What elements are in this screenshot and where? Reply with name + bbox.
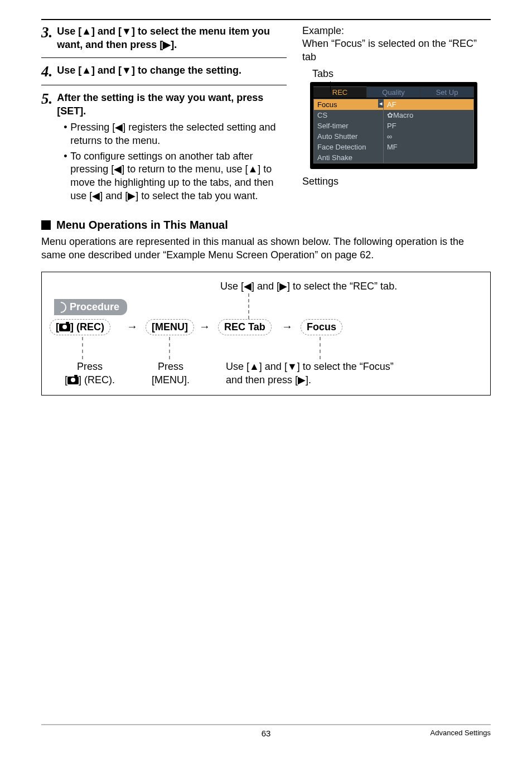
connector-line	[82, 337, 83, 359]
arrow-icon: →	[199, 320, 210, 333]
top-rule	[41, 19, 491, 20]
menu-item-list: Focus CS Self-timer Auto Shutter Face De…	[313, 99, 384, 163]
t: ] and [	[91, 65, 122, 76]
step-5-heading: After the setting is the way you want, p…	[57, 91, 287, 118]
connector-line	[320, 337, 321, 359]
t: ] and [	[259, 361, 287, 372]
step-5-num: 5.	[41, 91, 52, 107]
t: ] and [	[91, 26, 122, 37]
step-4-num: 4.	[41, 64, 52, 79]
t: ] and [	[252, 281, 279, 292]
footer-rule	[41, 724, 491, 725]
page-footer: 63 Advanced Settings	[41, 724, 491, 738]
step-5-bullet-2: To configure settings on another tab aft…	[64, 150, 287, 203]
tab-setup[interactable]: Set Up	[420, 86, 474, 98]
t: Use [	[57, 65, 81, 76]
rule	[41, 57, 287, 58]
camera-icon	[67, 377, 79, 384]
t: ] to select the tab you want.	[136, 190, 258, 201]
t: Use [	[57, 26, 81, 37]
step-3-body: Use [▲] and [▼] to select the menu item …	[57, 25, 287, 52]
t: Use [	[220, 281, 244, 292]
square-bullet-icon	[41, 220, 51, 230]
section-body: Menu operations are represented in this …	[41, 235, 491, 262]
t: [MENU].	[146, 374, 196, 387]
step-3-num: 3.	[41, 25, 52, 40]
section-heading: Menu Operations in This Manual	[41, 219, 491, 232]
t: ] and [	[100, 190, 128, 201]
t: When “Focus” is selected on the “REC” ta…	[302, 37, 491, 64]
menu-item-antishake[interactable]: Anti Shake	[314, 152, 383, 163]
t: Pressing [	[70, 122, 115, 133]
t: ] to select the “REC” tab.	[287, 281, 397, 292]
t: ] to change the setting.	[132, 65, 241, 76]
opt-infinity[interactable]: ∞	[384, 131, 473, 142]
menu-item-autoshutter[interactable]: Auto Shutter	[314, 131, 383, 142]
menu-tabs: REC Quality Set Up	[313, 86, 474, 98]
pill-focus: Focus	[301, 319, 342, 335]
procedure-badge: Procedure	[54, 299, 127, 315]
step-5-bullet-1: Pressing [◀] registers the selected sett…	[64, 121, 287, 148]
diagram-lower-mid: Press [MENU].	[146, 360, 196, 387]
opt-pf[interactable]: PF	[384, 120, 473, 131]
tab-rec[interactable]: REC	[313, 86, 367, 98]
arrow-icon: →	[282, 320, 293, 333]
menu-screenshot: REC Quality Set Up Focus CS Self-timer A…	[310, 82, 483, 169]
opt-af[interactable]: AF	[384, 99, 473, 110]
t: Press	[56, 360, 123, 373]
connector-line	[248, 293, 249, 319]
diagram-lower-right: Use [▲] and [▼] to select the “Focus” an…	[226, 360, 438, 387]
opt-macro[interactable]: ✿Macro	[384, 110, 473, 120]
rule	[41, 85, 287, 85]
diagram-lower-left: Press [] (REC).	[56, 360, 123, 387]
pill-menu: [MENU]	[146, 319, 194, 335]
t: ] (REC)	[70, 321, 104, 332]
section-title: Menu Operations in This Manual	[56, 219, 228, 232]
t: Procedure	[70, 301, 119, 313]
pill-rectab: REC Tab	[218, 319, 272, 335]
t: Example:	[302, 25, 491, 37]
example-heading: Example: When “Focus” is selected on the…	[302, 25, 491, 64]
opt-mf[interactable]: MF	[384, 142, 473, 152]
menu-item-cs[interactable]: CS	[314, 110, 383, 120]
tabs-label: Tabs	[312, 68, 491, 80]
menu-item-facedetection[interactable]: Face Detection	[314, 142, 383, 152]
connector-line	[169, 337, 170, 359]
t: and then press [	[226, 374, 298, 385]
tab-quality[interactable]: Quality	[367, 86, 420, 98]
tabs-pointer-line	[330, 81, 331, 92]
t: Use [	[226, 361, 249, 372]
camera-icon	[59, 324, 70, 331]
t: ] (REC).	[79, 374, 115, 385]
t: ] to return to the menu, use [	[122, 163, 248, 175]
step-4-body: Use [▲] and [▼] to change the setting.	[57, 64, 287, 77]
menu-item-selftimer[interactable]: Self-timer	[314, 120, 383, 131]
t: ].	[171, 39, 177, 50]
footer-section: Advanced Settings	[431, 729, 491, 737]
step-4: 4. Use [▲] and [▼] to change the setting…	[41, 64, 287, 79]
t: ] to select the “Focus”	[297, 361, 394, 372]
t: ].	[306, 374, 311, 385]
step-3: 3. Use [▲] and [▼] to select the menu it…	[41, 25, 287, 52]
t: Press	[146, 360, 196, 373]
diagram-top-label: Use [◀] and [▶] to select the “REC” tab.	[220, 280, 397, 292]
t: ] to select the menu item you want, and …	[57, 26, 270, 50]
menu-option-list: AF ✿Macro PF ∞ MF	[384, 99, 474, 163]
menu-item-focus[interactable]: Focus	[314, 99, 383, 110]
page-number: 63	[262, 729, 271, 738]
step-5: 5. After the setting is the way you want…	[41, 91, 287, 205]
settings-label: Settings	[302, 176, 491, 187]
arrow-icon: →	[127, 320, 138, 333]
pill-rec: [] (REC)	[50, 319, 110, 335]
procedure-diagram: Use [◀] and [▶] to select the “REC” tab.…	[41, 272, 491, 396]
